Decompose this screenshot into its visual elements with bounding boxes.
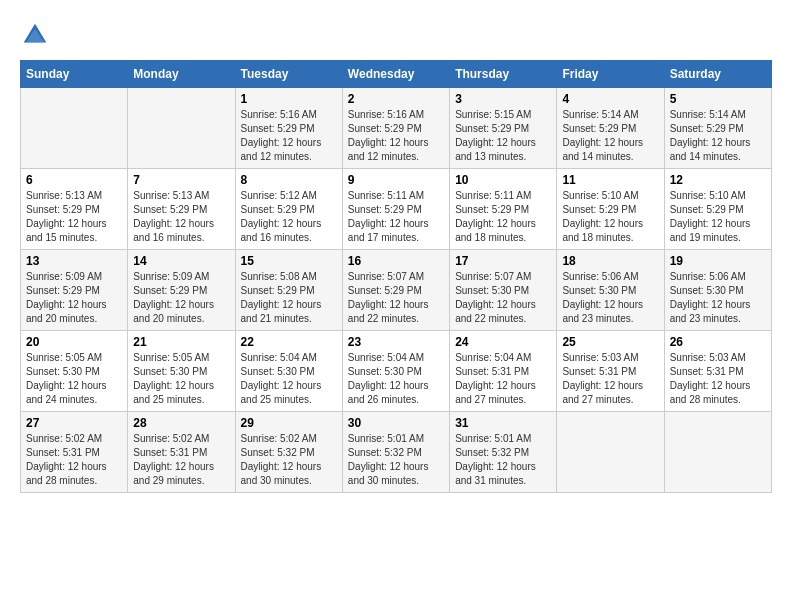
day-info: Sunrise: 5:14 AMSunset: 5:29 PMDaylight:… (670, 108, 766, 164)
calendar-cell (128, 88, 235, 169)
day-number: 11 (562, 173, 658, 187)
day-info: Sunrise: 5:07 AMSunset: 5:29 PMDaylight:… (348, 270, 444, 326)
weekday-header-friday: Friday (557, 61, 664, 88)
day-info: Sunrise: 5:13 AMSunset: 5:29 PMDaylight:… (26, 189, 122, 245)
calendar-cell: 4Sunrise: 5:14 AMSunset: 5:29 PMDaylight… (557, 88, 664, 169)
day-number: 5 (670, 92, 766, 106)
day-number: 8 (241, 173, 337, 187)
day-info: Sunrise: 5:10 AMSunset: 5:29 PMDaylight:… (562, 189, 658, 245)
day-number: 19 (670, 254, 766, 268)
weekday-header-thursday: Thursday (450, 61, 557, 88)
day-number: 21 (133, 335, 229, 349)
calendar-cell: 23Sunrise: 5:04 AMSunset: 5:30 PMDayligh… (342, 331, 449, 412)
day-info: Sunrise: 5:09 AMSunset: 5:29 PMDaylight:… (26, 270, 122, 326)
day-number: 24 (455, 335, 551, 349)
day-info: Sunrise: 5:16 AMSunset: 5:29 PMDaylight:… (241, 108, 337, 164)
calendar-cell: 22Sunrise: 5:04 AMSunset: 5:30 PMDayligh… (235, 331, 342, 412)
calendar-cell: 30Sunrise: 5:01 AMSunset: 5:32 PMDayligh… (342, 412, 449, 493)
day-info: Sunrise: 5:03 AMSunset: 5:31 PMDaylight:… (562, 351, 658, 407)
day-info: Sunrise: 5:05 AMSunset: 5:30 PMDaylight:… (133, 351, 229, 407)
day-number: 27 (26, 416, 122, 430)
logo-icon (20, 20, 50, 50)
day-info: Sunrise: 5:02 AMSunset: 5:31 PMDaylight:… (26, 432, 122, 488)
weekday-header-sunday: Sunday (21, 61, 128, 88)
calendar-cell (557, 412, 664, 493)
calendar-cell: 9Sunrise: 5:11 AMSunset: 5:29 PMDaylight… (342, 169, 449, 250)
weekday-header-wednesday: Wednesday (342, 61, 449, 88)
calendar-cell: 5Sunrise: 5:14 AMSunset: 5:29 PMDaylight… (664, 88, 771, 169)
day-number: 31 (455, 416, 551, 430)
calendar-cell: 20Sunrise: 5:05 AMSunset: 5:30 PMDayligh… (21, 331, 128, 412)
calendar-cell: 7Sunrise: 5:13 AMSunset: 5:29 PMDaylight… (128, 169, 235, 250)
calendar-cell (664, 412, 771, 493)
calendar-cell: 10Sunrise: 5:11 AMSunset: 5:29 PMDayligh… (450, 169, 557, 250)
day-info: Sunrise: 5:02 AMSunset: 5:31 PMDaylight:… (133, 432, 229, 488)
calendar-cell: 6Sunrise: 5:13 AMSunset: 5:29 PMDaylight… (21, 169, 128, 250)
day-number: 1 (241, 92, 337, 106)
day-number: 20 (26, 335, 122, 349)
day-info: Sunrise: 5:13 AMSunset: 5:29 PMDaylight:… (133, 189, 229, 245)
calendar-cell: 31Sunrise: 5:01 AMSunset: 5:32 PMDayligh… (450, 412, 557, 493)
calendar-cell: 27Sunrise: 5:02 AMSunset: 5:31 PMDayligh… (21, 412, 128, 493)
day-number: 22 (241, 335, 337, 349)
calendar-cell: 2Sunrise: 5:16 AMSunset: 5:29 PMDaylight… (342, 88, 449, 169)
day-number: 17 (455, 254, 551, 268)
day-info: Sunrise: 5:01 AMSunset: 5:32 PMDaylight:… (455, 432, 551, 488)
day-number: 4 (562, 92, 658, 106)
calendar-cell: 12Sunrise: 5:10 AMSunset: 5:29 PMDayligh… (664, 169, 771, 250)
calendar-cell: 29Sunrise: 5:02 AMSunset: 5:32 PMDayligh… (235, 412, 342, 493)
day-info: Sunrise: 5:16 AMSunset: 5:29 PMDaylight:… (348, 108, 444, 164)
calendar-cell: 24Sunrise: 5:04 AMSunset: 5:31 PMDayligh… (450, 331, 557, 412)
day-info: Sunrise: 5:12 AMSunset: 5:29 PMDaylight:… (241, 189, 337, 245)
weekday-header-tuesday: Tuesday (235, 61, 342, 88)
day-info: Sunrise: 5:04 AMSunset: 5:30 PMDaylight:… (348, 351, 444, 407)
calendar-cell (21, 88, 128, 169)
day-info: Sunrise: 5:06 AMSunset: 5:30 PMDaylight:… (562, 270, 658, 326)
calendar-cell: 19Sunrise: 5:06 AMSunset: 5:30 PMDayligh… (664, 250, 771, 331)
day-info: Sunrise: 5:05 AMSunset: 5:30 PMDaylight:… (26, 351, 122, 407)
calendar-cell: 25Sunrise: 5:03 AMSunset: 5:31 PMDayligh… (557, 331, 664, 412)
day-number: 30 (348, 416, 444, 430)
day-number: 6 (26, 173, 122, 187)
logo (20, 20, 54, 50)
weekday-header-monday: Monday (128, 61, 235, 88)
calendar-cell: 13Sunrise: 5:09 AMSunset: 5:29 PMDayligh… (21, 250, 128, 331)
day-number: 2 (348, 92, 444, 106)
day-number: 12 (670, 173, 766, 187)
calendar-cell: 17Sunrise: 5:07 AMSunset: 5:30 PMDayligh… (450, 250, 557, 331)
day-info: Sunrise: 5:11 AMSunset: 5:29 PMDaylight:… (348, 189, 444, 245)
calendar-table: SundayMondayTuesdayWednesdayThursdayFrid… (20, 60, 772, 493)
day-info: Sunrise: 5:15 AMSunset: 5:29 PMDaylight:… (455, 108, 551, 164)
day-number: 10 (455, 173, 551, 187)
day-info: Sunrise: 5:08 AMSunset: 5:29 PMDaylight:… (241, 270, 337, 326)
day-number: 29 (241, 416, 337, 430)
day-number: 28 (133, 416, 229, 430)
calendar-cell: 14Sunrise: 5:09 AMSunset: 5:29 PMDayligh… (128, 250, 235, 331)
calendar-cell: 15Sunrise: 5:08 AMSunset: 5:29 PMDayligh… (235, 250, 342, 331)
calendar-cell: 1Sunrise: 5:16 AMSunset: 5:29 PMDaylight… (235, 88, 342, 169)
day-number: 26 (670, 335, 766, 349)
day-number: 9 (348, 173, 444, 187)
day-info: Sunrise: 5:03 AMSunset: 5:31 PMDaylight:… (670, 351, 766, 407)
day-info: Sunrise: 5:11 AMSunset: 5:29 PMDaylight:… (455, 189, 551, 245)
calendar-cell: 16Sunrise: 5:07 AMSunset: 5:29 PMDayligh… (342, 250, 449, 331)
calendar-cell: 8Sunrise: 5:12 AMSunset: 5:29 PMDaylight… (235, 169, 342, 250)
calendar-cell: 28Sunrise: 5:02 AMSunset: 5:31 PMDayligh… (128, 412, 235, 493)
calendar-cell: 21Sunrise: 5:05 AMSunset: 5:30 PMDayligh… (128, 331, 235, 412)
day-number: 3 (455, 92, 551, 106)
day-number: 16 (348, 254, 444, 268)
calendar-cell: 26Sunrise: 5:03 AMSunset: 5:31 PMDayligh… (664, 331, 771, 412)
day-number: 18 (562, 254, 658, 268)
calendar-cell: 11Sunrise: 5:10 AMSunset: 5:29 PMDayligh… (557, 169, 664, 250)
day-info: Sunrise: 5:01 AMSunset: 5:32 PMDaylight:… (348, 432, 444, 488)
calendar-cell: 18Sunrise: 5:06 AMSunset: 5:30 PMDayligh… (557, 250, 664, 331)
day-number: 15 (241, 254, 337, 268)
day-info: Sunrise: 5:02 AMSunset: 5:32 PMDaylight:… (241, 432, 337, 488)
day-number: 23 (348, 335, 444, 349)
day-info: Sunrise: 5:04 AMSunset: 5:31 PMDaylight:… (455, 351, 551, 407)
weekday-header-saturday: Saturday (664, 61, 771, 88)
day-number: 7 (133, 173, 229, 187)
day-info: Sunrise: 5:10 AMSunset: 5:29 PMDaylight:… (670, 189, 766, 245)
day-info: Sunrise: 5:06 AMSunset: 5:30 PMDaylight:… (670, 270, 766, 326)
day-info: Sunrise: 5:07 AMSunset: 5:30 PMDaylight:… (455, 270, 551, 326)
